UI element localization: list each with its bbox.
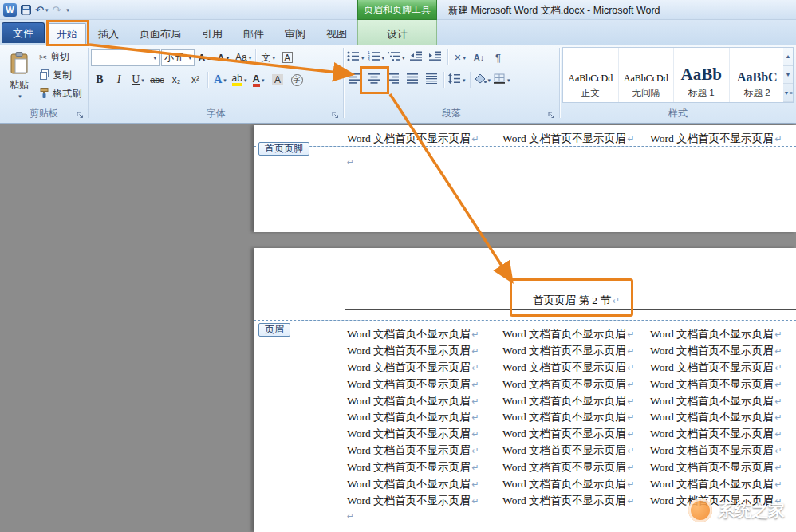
bullets-button[interactable]: ▾ <box>346 49 365 66</box>
document-text[interactable]: Word 文档首页不显示页眉↵ <box>650 410 782 424</box>
document-text[interactable]: Word 文档首页不显示页眉↵ <box>502 410 635 424</box>
document-text[interactable]: Word 文档首页不显示页眉↵ <box>347 494 479 508</box>
document-area[interactable]: Word 文档首页不显示页眉↵Word 文档首页不显示页眉↵Word 文档首页不… <box>0 124 796 532</box>
line-spacing-button[interactable]: ▾ <box>447 71 467 89</box>
undo-dropdown-icon[interactable]: ▾ <box>45 7 49 13</box>
document-text[interactable]: Word 文档首页不显示页眉↵ <box>502 494 635 508</box>
save-icon[interactable] <box>21 5 31 15</box>
highlight-color-button[interactable]: ab▾ <box>231 71 248 89</box>
document-text[interactable]: Word 文档首页不显示页眉↵ <box>502 132 635 146</box>
document-text-row[interactable]: Word 文档首页不显示页眉↵Word 文档首页不显示页眉↵Word 文档首页不… <box>254 442 796 459</box>
shading-dropdown-icon[interactable]: ▾ <box>488 77 491 83</box>
document-text[interactable]: Word 文档首页不显示页眉↵ <box>502 394 635 408</box>
change-case-button[interactable]: Aa▾ <box>234 49 252 66</box>
document-text[interactable]: Word 文档首页不显示页眉↵ <box>502 361 635 375</box>
superscript-button[interactable]: x² <box>187 71 204 89</box>
page-2[interactable]: 首页页眉 第 2 节↵ 页眉 Word 文档首页不显示页眉↵Word 文档首页不… <box>254 248 796 532</box>
document-text[interactable]: Word 文档首页不显示页眉↵ <box>650 394 782 408</box>
grow-font-button[interactable]: A▲ <box>196 49 214 66</box>
qat-customize-icon[interactable]: ▾ <box>65 7 69 13</box>
undo-icon[interactable]: ↶▾ <box>35 4 48 16</box>
document-text-row[interactable]: Word 文档首页不显示页眉↵Word 文档首页不显示页眉↵Word 文档首页不… <box>254 130 796 147</box>
document-text[interactable]: Word 文档首页不显示页眉↵ <box>650 344 782 358</box>
document-text-row[interactable]: Word 文档首页不显示页眉↵Word 文档首页不显示页眉↵Word 文档首页不… <box>254 408 796 425</box>
document-text[interactable]: Word 文档首页不显示页眉↵ <box>347 361 479 375</box>
document-text-row[interactable]: Word 文档首页不显示页眉↵Word 文档首页不显示页眉↵Word 文档首页不… <box>254 376 796 392</box>
font-color-button[interactable]: A▾ <box>250 71 267 89</box>
copy-button[interactable]: 复制 <box>37 68 83 83</box>
bullets-dropdown-icon[interactable]: ▾ <box>361 55 365 61</box>
character-border-button[interactable]: A <box>278 49 296 66</box>
tab-design[interactable]: 设计 <box>373 23 421 45</box>
borders-button[interactable]: ▾ <box>493 71 511 89</box>
document-text[interactable]: Word 文档首页不显示页眉↵ <box>502 477 635 491</box>
document-text[interactable]: Word 文档首页不显示页眉↵ <box>502 344 635 358</box>
style-no-spacing[interactable]: AaBbCcDd 无间隔 <box>619 48 675 102</box>
styles-more-icon[interactable]: ▼≡ <box>783 84 793 102</box>
document-text[interactable]: Word 文档首页不显示页眉↵ <box>650 460 782 475</box>
font-name-dropdown-icon[interactable]: ▾ <box>153 55 156 61</box>
font-dialog-launcher-icon[interactable] <box>331 111 340 120</box>
document-text[interactable]: Word 文档首页不显示页眉↵ <box>502 327 635 341</box>
tab-review[interactable]: 审阅 <box>276 23 314 45</box>
clipboard-dialog-launcher-icon[interactable] <box>76 111 85 120</box>
decrease-indent-button[interactable] <box>408 49 425 66</box>
tab-view[interactable]: 视图 <box>317 23 356 45</box>
text-effects-dropdown-icon[interactable]: ▾ <box>223 77 227 83</box>
document-text-row[interactable]: Word 文档首页不显示页眉↵Word 文档首页不显示页眉↵Word 文档首页不… <box>254 325 796 342</box>
subscript-button[interactable]: x₂ <box>167 71 185 89</box>
line-spacing-dropdown-icon[interactable]: ▾ <box>463 77 466 83</box>
sort-button[interactable]: A↓ <box>471 49 488 66</box>
bold-button[interactable]: B <box>91 71 108 89</box>
styles-scroll-down-icon[interactable]: ▼ <box>783 66 793 85</box>
multilevel-list-button[interactable]: ▾ <box>387 49 406 66</box>
paste-button[interactable]: 粘贴 ▾ <box>3 48 35 105</box>
document-text[interactable]: Word 文档首页不显示页眉↵ <box>650 377 782 392</box>
document-text[interactable]: Word 文档首页不显示页眉↵ <box>347 327 479 341</box>
document-text[interactable]: Word 文档首页不显示页眉↵ <box>502 427 635 441</box>
underline-dropdown-icon[interactable]: ▾ <box>141 77 144 83</box>
increase-indent-button[interactable] <box>427 49 444 66</box>
document-text[interactable]: Word 文档首页不显示页眉↵ <box>347 427 479 441</box>
text-effects-button[interactable]: A▾ <box>211 71 229 89</box>
italic-button[interactable]: I <box>110 71 128 89</box>
character-shading-button[interactable]: A <box>269 71 286 89</box>
document-text[interactable]: Word 文档首页不显示页眉↵ <box>650 477 782 491</box>
pinyin-guide-button[interactable]: 文▾ <box>259 49 277 66</box>
document-text[interactable]: Word 文档首页不显示页眉↵ <box>502 460 635 475</box>
document-text[interactable]: Word 文档首页不显示页眉↵ <box>650 132 782 146</box>
styles-scroll-up-icon[interactable]: ▲ <box>783 48 793 66</box>
align-left-button[interactable] <box>346 71 364 89</box>
style-normal[interactable]: AaBbCcDd 正文 <box>563 48 619 102</box>
document-text-row[interactable]: Word 文档首页不显示页眉↵Word 文档首页不显示页眉↵Word 文档首页不… <box>254 425 796 442</box>
document-text[interactable]: Word 文档首页不显示页眉↵ <box>347 377 479 392</box>
redo-icon[interactable]: ↷ <box>52 4 61 16</box>
multilevel-dropdown-icon[interactable]: ▾ <box>402 55 405 61</box>
document-text[interactable]: Word 文档首页不显示页眉↵ <box>650 361 782 375</box>
distribute-button[interactable] <box>423 71 440 89</box>
justify-button[interactable] <box>404 71 421 89</box>
format-painter-button[interactable]: 格式刷 <box>37 86 83 101</box>
document-text[interactable]: Word 文档首页不显示页眉↵ <box>347 394 479 408</box>
paste-dropdown-icon[interactable]: ▾ <box>18 93 22 99</box>
shading-button[interactable]: ▾ <box>474 71 492 89</box>
underline-button[interactable]: U▾ <box>129 71 147 89</box>
page-1[interactable]: Word 文档首页不显示页眉↵Word 文档首页不显示页眉↵Word 文档首页不… <box>254 125 796 232</box>
shrink-font-button[interactable]: A▼ <box>215 49 233 66</box>
document-text-row[interactable]: Word 文档首页不显示页眉↵Word 文档首页不显示页眉↵Word 文档首页不… <box>254 342 796 359</box>
tab-home[interactable]: 开始 <box>48 23 86 45</box>
tab-insert[interactable]: 插入 <box>89 23 128 45</box>
tab-mailings[interactable]: 邮件 <box>234 23 273 45</box>
cut-button[interactable]: ✂ 剪切 <box>37 49 83 65</box>
tab-file[interactable]: 文件 <box>2 22 45 43</box>
show-hide-marks-button[interactable]: ¶ <box>490 49 507 66</box>
font-size-dropdown-icon[interactable]: ▾ <box>188 55 191 61</box>
font-size-combobox[interactable]: 小五 ▾ <box>161 49 195 66</box>
document-text[interactable]: Word 文档首页不显示页眉↵ <box>347 410 479 424</box>
paragraph-dialog-launcher-icon[interactable] <box>547 111 556 120</box>
first-page-header-label[interactable]: 首页页眉 第 2 节↵ <box>533 294 620 308</box>
enclose-characters-button[interactable]: 字 <box>288 71 305 89</box>
strikethrough-button[interactable]: abc <box>148 71 166 89</box>
style-heading-2[interactable]: AaBbC 标题 2 <box>730 48 786 102</box>
document-text[interactable]: Word 文档首页不显示页眉↵ <box>650 427 782 441</box>
